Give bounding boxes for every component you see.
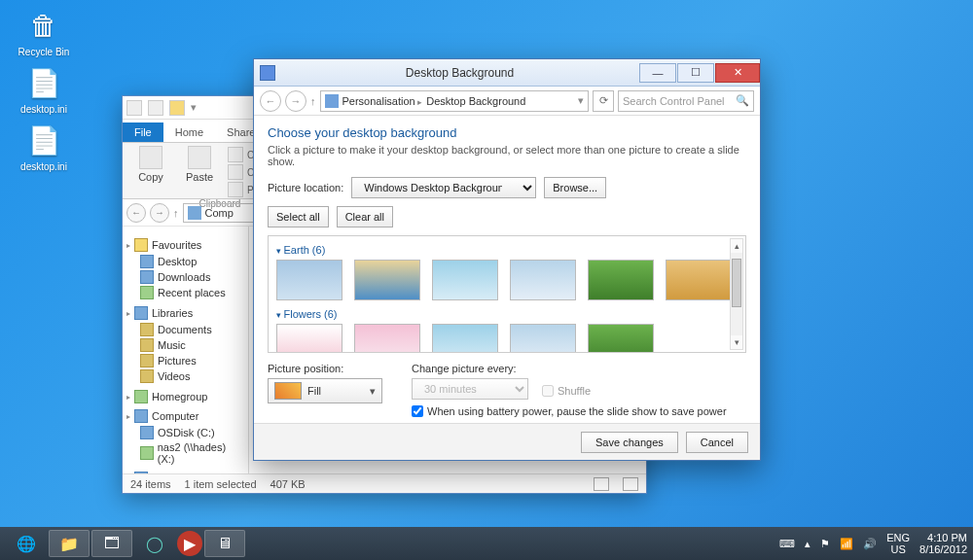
tray-keyboard-icon[interactable]: ⌨ (779, 538, 795, 550)
taskbar: 🌐 📁 🗔 ◯ ▶ 🖥 ⌨ ▴ ⚑ 📶 🔊 ENGUS 4:10 PM8/16/… (0, 527, 973, 560)
page-heading: Choose your desktop background (268, 125, 746, 140)
tree-item-osdisk[interactable]: OSDisk (C:) (126, 425, 244, 440)
tab-home[interactable]: Home (163, 122, 215, 142)
up-button[interactable]: ↑ (173, 207, 179, 219)
status-size: 407 KB (270, 478, 306, 490)
shuffle-checkbox: Shuffle (542, 385, 591, 397)
refresh-button[interactable]: ⟳ (593, 90, 614, 112)
tree-homegroup[interactable]: Homegroup (126, 390, 244, 403)
wallpaper-thumb[interactable] (588, 260, 654, 300)
tree-computer[interactable]: Computer (126, 409, 244, 423)
tree-item-desktop[interactable]: Desktop (126, 254, 244, 269)
gallery-scrollbar[interactable]: ▴ ▾ (730, 238, 743, 350)
wallpaper-thumb[interactable] (432, 260, 498, 300)
search-input[interactable]: Search Control Panel🔍 (618, 90, 754, 112)
tray-network-icon[interactable]: 📶 (840, 538, 853, 550)
app-icon (260, 65, 275, 81)
wallpaper-thumb[interactable] (510, 260, 576, 300)
desktop-icon-recycle-bin[interactable]: 🗑Recycle Bin (10, 6, 78, 57)
tree-item-nas2[interactable]: nas2 (\\hades) (X:) (126, 440, 244, 466)
scroll-down-icon[interactable]: ▾ (731, 335, 742, 349)
tree-item-recent[interactable]: Recent places (126, 285, 244, 300)
tray-chevron-up-icon[interactable]: ▴ (805, 538, 811, 550)
up-button[interactable]: ↑ (310, 95, 316, 107)
file-icon: 📄 (24, 63, 63, 102)
view-details-icon[interactable] (594, 477, 609, 491)
crumb-desktop-background[interactable]: Desktop Background (426, 95, 525, 107)
system-tray: ⌨ ▴ ⚑ 📶 🔊 ENGUS 4:10 PM8/16/2012 (779, 532, 967, 555)
picture-position-select[interactable]: Fill (268, 378, 382, 403)
tray-clock[interactable]: 4:10 PM8/16/2012 (919, 532, 967, 555)
status-bar: 24 items 1 item selected 407 KB (123, 473, 646, 493)
wallpaper-thumb[interactable] (276, 324, 342, 353)
qa-icon[interactable] (126, 100, 142, 116)
wallpaper-thumb[interactable] (354, 260, 420, 300)
minimize-button[interactable]: — (639, 63, 676, 83)
wallpaper-thumb[interactable] (666, 260, 732, 300)
tree-item-downloads[interactable]: Downloads (126, 269, 244, 285)
picture-location-select[interactable]: Windows Desktop Backgrounds (351, 177, 536, 198)
tray-volume-icon[interactable]: 🔊 (863, 538, 877, 550)
desktop-icon-desktopini-2[interactable]: 📄desktop.ini (10, 121, 78, 172)
desktop-background-window: Desktop Background — ☐ ✕ ← → ↑ Personali… (253, 58, 761, 461)
taskbar-app[interactable]: 🗔 (91, 530, 132, 557)
back-button[interactable]: ← (126, 203, 146, 223)
taskbar-ie[interactable]: 🌐 (6, 530, 47, 557)
taskbar-app[interactable]: ▶ (177, 531, 202, 556)
tray-language[interactable]: ENGUS (886, 532, 910, 555)
category-earth[interactable]: Earth (6) (276, 244, 738, 256)
cp-toolbar: ← → ↑ Personalisation Desktop Background… (254, 87, 760, 116)
battery-checkbox[interactable]: When using battery power, pause the slid… (412, 405, 727, 417)
file-icon: 📄 (24, 121, 63, 159)
wallpaper-thumb[interactable] (276, 260, 342, 300)
view-tiles-icon[interactable] (623, 477, 638, 491)
taskbar-explorer[interactable]: 📁 (49, 530, 90, 557)
forward-button[interactable]: → (285, 90, 306, 112)
search-icon: 🔍 (736, 94, 749, 107)
tree-item-pictures[interactable]: Pictures (126, 353, 244, 368)
category-flowers[interactable]: Flowers (6) (276, 308, 738, 320)
wallpaper-thumb[interactable] (432, 324, 498, 353)
scroll-up-icon[interactable]: ▴ (731, 239, 742, 253)
change-interval-select: 30 minutes (412, 378, 528, 400)
clear-all-button[interactable]: Clear all (337, 206, 393, 228)
forward-button[interactable]: → (150, 203, 169, 223)
status-count: 24 items (130, 478, 171, 490)
paste-button[interactable]: Paste (179, 146, 220, 198)
tree-libraries[interactable]: Libraries (126, 306, 244, 320)
picture-location-label: Picture location: (268, 182, 343, 193)
wallpaper-gallery: Earth (6) Flowers (6) ▴ ▾ (268, 235, 746, 353)
qa-icon[interactable] (148, 100, 163, 116)
titlebar: Desktop Background — ☐ ✕ (254, 59, 760, 87)
tray-flag-icon[interactable]: ⚑ (820, 538, 830, 550)
maximize-button[interactable]: ☐ (677, 63, 714, 83)
cancel-button[interactable]: Cancel (686, 432, 748, 453)
select-all-button[interactable]: Select all (268, 206, 329, 228)
picture-position-label: Picture position: (268, 363, 382, 374)
tree-item-music[interactable]: Music (126, 337, 244, 353)
close-button[interactable]: ✕ (715, 63, 760, 83)
scroll-thumb[interactable] (732, 259, 741, 307)
status-selected: 1 item selected (185, 478, 257, 490)
tree-item-documents[interactable]: Documents (126, 322, 244, 337)
copy-button[interactable]: Copy (130, 146, 171, 198)
crumb-personalisation[interactable]: Personalisation (342, 95, 423, 107)
change-picture-label: Change picture every: (412, 363, 727, 374)
desktop-icon-desktopini-1[interactable]: 📄desktop.ini (10, 63, 78, 115)
tree-favourites[interactable]: Favourites (126, 238, 244, 252)
breadcrumb[interactable]: Personalisation Desktop Background ▾ (320, 90, 590, 112)
taskbar-controlpanel[interactable]: 🖥 (204, 530, 245, 557)
qa-icon[interactable] (169, 100, 185, 116)
tree-item-videos[interactable]: Videos (126, 368, 244, 384)
wallpaper-thumb[interactable] (510, 324, 576, 353)
save-changes-button[interactable]: Save changes (581, 432, 678, 453)
browse-button[interactable]: Browse... (544, 177, 606, 198)
wallpaper-thumb[interactable] (354, 324, 420, 353)
dialog-footer: Save changes Cancel (254, 423, 760, 460)
qa-more-icon[interactable]: ▾ (191, 101, 197, 114)
window-title: Desktop Background (281, 66, 638, 80)
back-button[interactable]: ← (260, 90, 281, 112)
taskbar-app[interactable]: ◯ (134, 530, 175, 557)
wallpaper-thumb[interactable] (588, 324, 654, 353)
tab-file[interactable]: File (123, 122, 163, 142)
